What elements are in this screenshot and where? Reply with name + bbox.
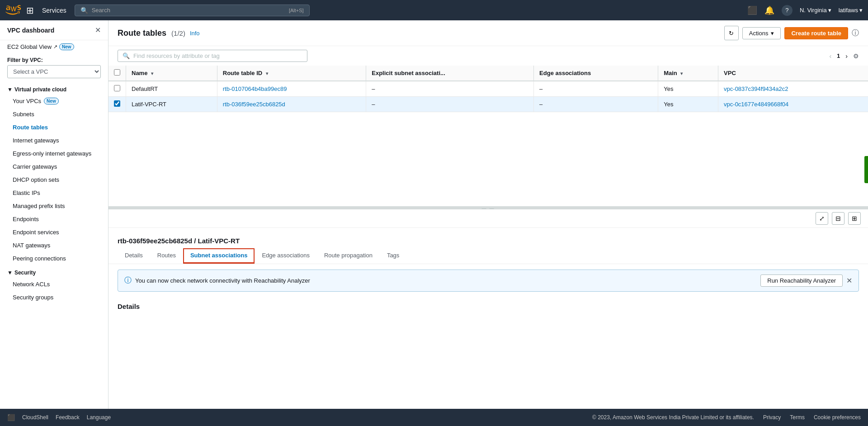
route-tables-panel: Route tables (1/2) Info ↻ Actions ▾ Crea… bbox=[108, 20, 868, 207]
actions-button[interactable]: Actions ▾ bbox=[742, 27, 781, 39]
run-reachability-analyzer-button[interactable]: Run Reachability Analyzer bbox=[760, 275, 843, 287]
section-security[interactable]: ▼ Security bbox=[0, 265, 108, 278]
create-route-table-button[interactable]: Create route table bbox=[784, 27, 848, 39]
row2-checkbox[interactable] bbox=[114, 100, 120, 107]
sidebar-item-endpoint-services[interactable]: Endpoint services bbox=[0, 226, 108, 239]
top-nav-right-section: ⬛ 🔔 ? N. Virginia ▾ latifaws ▾ bbox=[747, 5, 863, 16]
services-grid-icon[interactable]: ⊞ bbox=[26, 5, 34, 16]
feedback-link[interactable]: Feedback bbox=[56, 414, 80, 421]
vpc-filter-select[interactable]: Select a VPC bbox=[7, 65, 101, 78]
tab-route-propagation[interactable]: Route propagation bbox=[317, 248, 380, 264]
aws-logo[interactable] bbox=[5, 2, 22, 19]
table-row[interactable]: DefaultRT rtb-0107064b4ba99ec89 – – Yes … bbox=[108, 81, 868, 97]
col-name[interactable]: Name ▾ bbox=[126, 66, 217, 81]
copyright-text: © 2023, Amazon Web Services India Privat… bbox=[592, 414, 754, 421]
sidebar-item-nat-gateways[interactable]: NAT gateways bbox=[0, 239, 108, 252]
section-virtual-private-cloud[interactable]: ▼ Virtual private cloud bbox=[0, 82, 108, 95]
sidebar-item-subnets[interactable]: Subnets bbox=[0, 108, 108, 121]
sidebar-item-elastic-ips[interactable]: Elastic IPs bbox=[0, 186, 108, 199]
external-link-icon: ↗ bbox=[53, 44, 57, 50]
sidebar-item-network-acls[interactable]: Network ACLs bbox=[0, 278, 108, 291]
col-route-table-id[interactable]: Route table ID ▾ bbox=[217, 66, 366, 81]
info-link[interactable]: Info bbox=[190, 30, 200, 37]
details-section-title: Details bbox=[118, 303, 859, 310]
select-all-header[interactable] bbox=[108, 66, 126, 81]
row2-explicit-subnet: – bbox=[366, 97, 534, 112]
search-filter-input[interactable] bbox=[133, 52, 302, 59]
sidebar-item-peering-connections[interactable]: Peering connections bbox=[0, 252, 108, 265]
user-menu[interactable]: latifaws ▾ bbox=[839, 7, 863, 14]
detail-tabs: Details Routes Subnet associations Edge … bbox=[118, 248, 859, 264]
global-search-bar[interactable]: 🔍 [Alt+S] bbox=[75, 5, 310, 16]
section-chevron-icon: ▼ bbox=[7, 86, 13, 93]
cloudshell-icon[interactable]: ⬛ bbox=[747, 5, 757, 15]
sidebar-item-ec2-global-view[interactable]: EC2 Global View ↗ New bbox=[0, 40, 108, 53]
row1-rtid[interactable]: rtb-0107064b4ba99ec89 bbox=[217, 81, 366, 97]
section-title-vpc: Virtual private cloud bbox=[14, 86, 66, 93]
next-page-button[interactable]: › bbox=[843, 52, 850, 61]
sidebar-item-endpoints[interactable]: Endpoints bbox=[0, 213, 108, 226]
reachability-analyzer-banner: ⓘ You can now check network connectivity… bbox=[118, 270, 859, 292]
panel-header: Route tables (1/2) Info ↻ Actions ▾ Crea… bbox=[108, 20, 868, 46]
collapse-icon-button[interactable]: ⊞ bbox=[848, 212, 861, 225]
banner-info-icon: ⓘ bbox=[124, 276, 132, 285]
row2-name: Latif-VPC-RT bbox=[126, 97, 217, 112]
row2-main: Yes bbox=[658, 97, 718, 112]
row1-vpc[interactable]: vpc-0837c394f9434a2c2 bbox=[718, 81, 868, 97]
row2-checkbox-cell[interactable] bbox=[108, 97, 126, 112]
region-selector[interactable]: N. Virginia ▾ bbox=[800, 7, 831, 14]
side-feedback-handle[interactable] bbox=[864, 156, 868, 183]
pagination-settings-icon[interactable]: ⚙ bbox=[853, 52, 859, 60]
search-filter-container[interactable]: 🔍 bbox=[118, 50, 307, 62]
col-edge-associations: Edge associations bbox=[534, 66, 658, 81]
row1-checkbox[interactable] bbox=[114, 85, 120, 91]
sidebar-item-security-groups[interactable]: Security groups bbox=[0, 291, 108, 304]
tab-tags[interactable]: Tags bbox=[380, 248, 406, 264]
cloudshell-label[interactable]: CloudShell bbox=[22, 414, 48, 421]
new-badge: New bbox=[59, 43, 74, 50]
col-vpc: VPC bbox=[718, 66, 868, 81]
tab-edge-associations[interactable]: Edge associations bbox=[255, 248, 317, 264]
detail-panel-title: rtb-036f59ee25cb6825d / Latif-VPC-RT bbox=[118, 233, 859, 245]
sidebar-item-carrier-gateways[interactable]: Carrier gateways bbox=[0, 160, 108, 173]
main-sort-icon: ▾ bbox=[680, 71, 683, 76]
prev-page-button[interactable]: ‹ bbox=[826, 52, 834, 61]
select-all-checkbox[interactable] bbox=[114, 69, 120, 76]
search-input[interactable] bbox=[92, 7, 285, 14]
details-section: Details bbox=[108, 297, 868, 321]
notifications-icon[interactable]: 🔔 bbox=[764, 5, 774, 15]
sidebar-item-egress-only-igw[interactable]: Egress-only internet gateways bbox=[0, 147, 108, 160]
row2-rtid[interactable]: rtb-036f59ee25cb6825d bbox=[217, 97, 366, 112]
tab-details[interactable]: Details bbox=[118, 248, 150, 264]
sidebar-item-your-vpcs[interactable]: Your VPCs New bbox=[0, 95, 108, 108]
row1-checkbox-cell[interactable] bbox=[108, 81, 126, 97]
actions-chevron-icon: ▾ bbox=[771, 30, 774, 37]
search-pagination-bar: 🔍 ‹ 1 › ⚙ bbox=[108, 46, 868, 66]
row2-vpc[interactable]: vpc-0c1677e4849668f04 bbox=[718, 97, 868, 112]
sidebar-item-managed-prefix-lists[interactable]: Managed prefix lists bbox=[0, 199, 108, 213]
cookie-preferences-link[interactable]: Cookie preferences bbox=[814, 414, 861, 421]
privacy-link[interactable]: Privacy bbox=[763, 414, 781, 421]
refresh-button[interactable]: ↻ bbox=[724, 26, 739, 40]
tab-subnet-associations[interactable]: Subnet associations bbox=[183, 248, 255, 264]
services-button[interactable]: Services bbox=[38, 5, 70, 16]
col-main[interactable]: Main ▾ bbox=[658, 66, 718, 81]
split-icon-button[interactable]: ⊟ bbox=[832, 212, 844, 225]
sidebar-item-route-tables[interactable]: Route tables bbox=[0, 121, 108, 134]
panel-info-icon[interactable]: ⓘ bbox=[852, 28, 859, 38]
sidebar-close-icon[interactable]: ✕ bbox=[95, 26, 101, 34]
row1-name: DefaultRT bbox=[126, 81, 217, 97]
language-link[interactable]: Language bbox=[87, 414, 111, 421]
pagination-bar: ‹ 1 › ⚙ bbox=[826, 52, 859, 61]
user-chevron-icon: ▾ bbox=[859, 7, 863, 14]
row1-explicit-subnet: – bbox=[366, 81, 534, 97]
expand-icon-button[interactable]: ⤢ bbox=[816, 212, 828, 225]
sidebar-item-internet-gateways[interactable]: Internet gateways bbox=[0, 134, 108, 147]
terms-link[interactable]: Terms bbox=[790, 414, 805, 421]
table-row[interactable]: Latif-VPC-RT rtb-036f59ee25cb6825d – – Y… bbox=[108, 97, 868, 112]
sidebar-item-dhcp-option-sets[interactable]: DHCP option sets bbox=[0, 173, 108, 186]
dismiss-banner-button[interactable]: ✕ bbox=[846, 276, 852, 285]
tab-routes[interactable]: Routes bbox=[150, 248, 183, 264]
vpc-dashboard-link[interactable]: VPC dashboard bbox=[7, 27, 54, 34]
help-icon[interactable]: ? bbox=[782, 5, 793, 16]
